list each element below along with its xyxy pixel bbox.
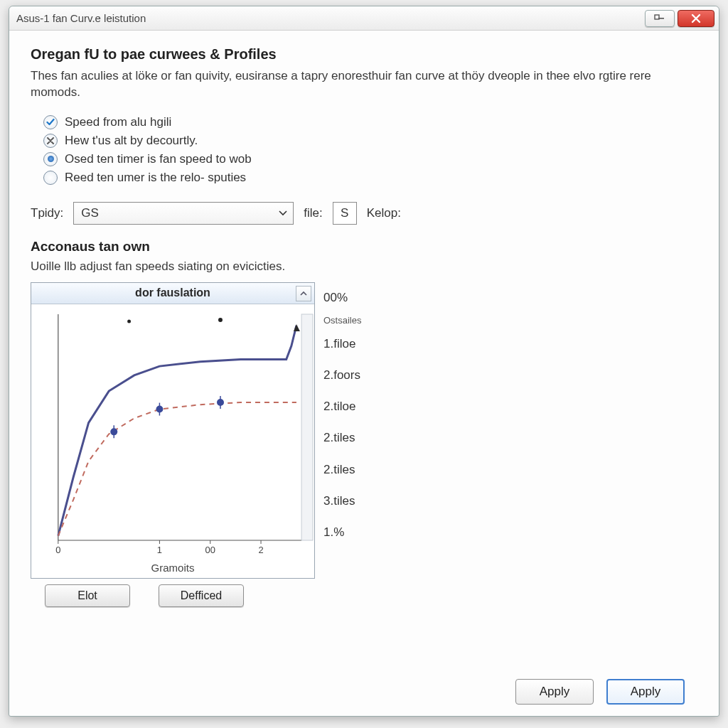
svg-text:0: 0 <box>55 545 60 555</box>
section1-blurb: Thes fan aculies at löke or fan quivity,… <box>31 68 697 101</box>
list-subhead: Ostsailes <box>323 314 361 328</box>
kelop-label: Kelop: <box>367 206 401 220</box>
option-2[interactable]: Hew t'us alt by decourtly. <box>43 134 697 148</box>
fan-curve-plot[interactable]: 01002 <box>31 304 314 560</box>
right-list: 00% Ostsailes 1.filoe 2.foors 2.tiloe 2.… <box>323 282 361 616</box>
section2-heading: Acconaus tan own <box>31 239 697 255</box>
select-label: Tpidy: <box>31 206 63 220</box>
svg-rect-20 <box>301 314 313 540</box>
chart-container: dor fauslation 01002 Gramoits Elot Deffi… <box>31 282 315 616</box>
option-label: Osed ten timer is fan speed to wob <box>65 152 252 166</box>
defficed-button[interactable]: Defficed <box>159 584 244 607</box>
scroll-up-button[interactable] <box>296 286 311 301</box>
list-top: 00% <box>323 282 361 314</box>
svg-point-18 <box>127 319 131 323</box>
option-label: Hew t'us alt by decourtly. <box>65 134 198 148</box>
list-item: 3.tiles <box>323 486 361 517</box>
option-1[interactable]: Speed from alu hgili <box>43 115 697 129</box>
list-item: 1.% <box>323 517 361 548</box>
select-value: GS <box>81 206 99 220</box>
elot-button[interactable]: Elot <box>45 584 130 607</box>
chart-row: dor fauslation 01002 Gramoits Elot Deffi… <box>31 282 697 616</box>
option-4[interactable]: Reed ten umer is the relo- sputies <box>43 171 697 185</box>
list-item: 2.tiloe <box>323 391 361 422</box>
list-item: 2.tiles <box>323 422 361 454</box>
svg-text:1: 1 <box>157 545 162 555</box>
minimize-button[interactable] <box>645 10 675 27</box>
apply-primary-button[interactable]: Apply <box>606 679 685 705</box>
chart-title: dor fauslation <box>135 287 210 299</box>
svg-text:2: 2 <box>258 545 263 555</box>
check-icon <box>43 115 58 129</box>
cross-icon <box>43 134 58 148</box>
file-value: S <box>341 206 348 220</box>
chart-box: dor fauslation 01002 Gramoits <box>31 282 315 579</box>
svg-rect-1 <box>658 18 664 19</box>
app-window: Asus-1 fan Curv.e leistution Oregan fU t… <box>9 6 719 717</box>
radio-empty-icon <box>43 171 58 185</box>
list-item: 2.foors <box>323 360 361 391</box>
content-area: Oregan fU to pae curwees & Profiles Thes… <box>9 31 719 716</box>
option-label: Speed from alu hgili <box>65 115 171 129</box>
close-button[interactable] <box>678 10 714 27</box>
list-item: 1.filoe <box>323 328 361 360</box>
footer: Apply Apply <box>31 672 697 706</box>
svg-text:00: 00 <box>205 545 215 555</box>
chart-buttons: Elot Defficed <box>31 579 315 616</box>
chart-xlabel: Gramoits <box>31 560 314 578</box>
file-label: file: <box>304 206 322 220</box>
chevron-down-icon <box>279 210 287 216</box>
section1-heading: Oregan fU to pae curwees & Profiles <box>31 46 697 63</box>
profile-select[interactable]: GS <box>73 202 294 225</box>
chevron-up-icon <box>300 291 307 296</box>
option-label: Reed ten umer is the relo- sputies <box>65 171 246 185</box>
chart-header: dor fauslation <box>31 283 314 304</box>
apply-button[interactable]: Apply <box>515 679 594 705</box>
select-row: Tpidy: GS file: S Kelop: <box>31 202 697 225</box>
file-input[interactable]: S <box>333 202 357 225</box>
titlebar: Asus-1 fan Curv.e leistution <box>9 6 719 31</box>
option-3[interactable]: Osed ten timer is fan speed to wob <box>43 152 697 166</box>
svg-point-19 <box>218 318 223 322</box>
section2-blurb: Uoille llb adjust fan speeds siating on … <box>31 259 697 275</box>
radio-selected-icon <box>43 152 58 166</box>
option-group: Speed from alu hgili Hew t'us alt by dec… <box>43 111 697 189</box>
window-title: Asus-1 fan Curv.e leistution <box>16 12 642 24</box>
list-item: 2.tiles <box>323 454 361 486</box>
